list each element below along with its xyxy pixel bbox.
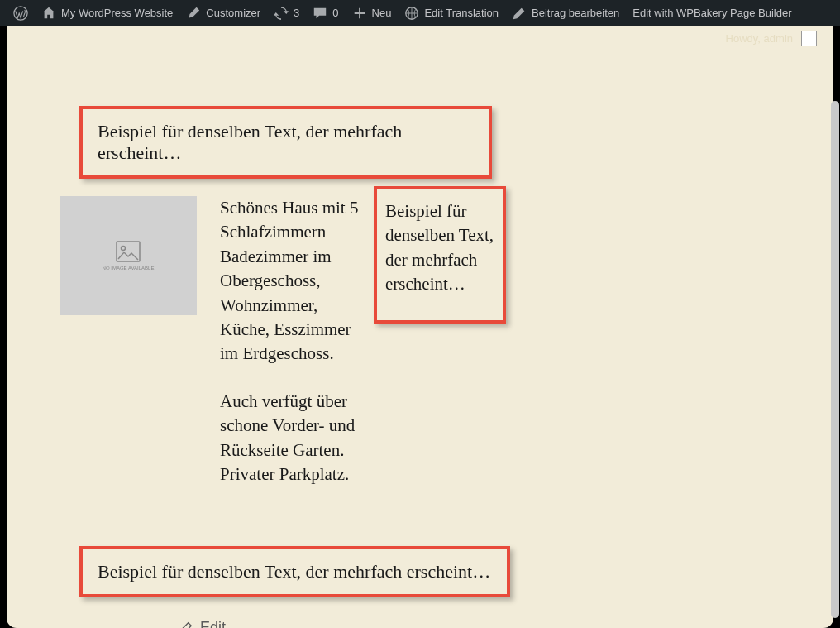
wp-admin-bar: My WordPress Website Customizer 3 0 Neu … <box>0 0 840 26</box>
svg-point-3 <box>122 246 126 250</box>
image-placeholder-label: NO IMAGE AVAILABLE <box>103 266 155 271</box>
brush-icon <box>186 6 201 21</box>
edit-post-button[interactable]: Beitrag bearbeiten <box>505 0 626 26</box>
pencil-icon <box>512 6 527 21</box>
refresh-icon <box>274 6 289 21</box>
body-paragraph-2: Auch verfügt über schone Vorder- und Rüc… <box>220 390 360 487</box>
user-greeting: Howdy, admin <box>726 32 793 45</box>
page-content: Howdy, admin Beispiel für denselben Text… <box>7 26 833 628</box>
highlight-text-bottom: Beispiel für denselben Text, der mehrfac… <box>98 561 492 582</box>
updates-button[interactable]: 3 <box>267 0 306 26</box>
highlight-box-right: Beispiel für denselben Text, der mehrfac… <box>374 186 506 324</box>
edit-translation-label: Edit Translation <box>424 7 499 19</box>
scrollbar[interactable] <box>831 101 839 618</box>
plus-icon <box>352 6 367 21</box>
home-icon <box>41 6 56 21</box>
edit-label: Edit <box>200 619 226 628</box>
edit-translation-button[interactable]: Edit Translation <box>398 0 505 26</box>
body-column: Schönes Haus mit 5 Schlafzimmern Badezim… <box>220 196 360 510</box>
translate-icon <box>404 6 419 21</box>
customizer-label: Customizer <box>206 7 260 19</box>
highlight-box-bottom: Beispiel für denselben Text, der mehrfac… <box>79 546 510 597</box>
new-button[interactable]: Neu <box>346 0 399 26</box>
highlight-text-top: Beispiel für denselben Text, der mehrfac… <box>98 121 474 164</box>
edit-wpbakery-button[interactable]: Edit with WPBakery Page Builder <box>626 0 798 26</box>
user-menu[interactable]: Howdy, admin <box>726 31 817 46</box>
new-label: Neu <box>372 7 392 19</box>
avatar <box>801 31 817 46</box>
edit-wpbakery-label: Edit with WPBakery Page Builder <box>632 7 791 19</box>
customizer-button[interactable]: Customizer <box>179 0 267 26</box>
body-paragraph-1: Schönes Haus mit 5 Schlafzimmern Badezim… <box>220 196 360 367</box>
site-name-label: My WordPress Website <box>61 7 173 19</box>
edit-post-label: Beitrag bearbeiten <box>532 7 619 19</box>
comment-icon <box>313 6 327 21</box>
content-row: NO IMAGE AVAILABLE Schönes Haus mit 5 Sc… <box>60 196 360 510</box>
edit-link[interactable]: Edit <box>179 619 226 628</box>
updates-count: 3 <box>294 7 299 19</box>
comments-count: 0 <box>332 7 338 19</box>
edit-icon <box>179 621 193 629</box>
image-placeholder: NO IMAGE AVAILABLE <box>60 196 197 315</box>
highlight-box-top: Beispiel für denselben Text, der mehrfac… <box>79 106 492 179</box>
highlight-text-right: Beispiel für denselben Text, der mehrfac… <box>385 199 494 297</box>
comments-button[interactable]: 0 <box>306 0 345 26</box>
wp-logo-button[interactable] <box>7 0 35 26</box>
site-name-button[interactable]: My WordPress Website <box>35 0 179 26</box>
wordpress-icon <box>13 6 28 21</box>
image-icon <box>116 241 141 262</box>
